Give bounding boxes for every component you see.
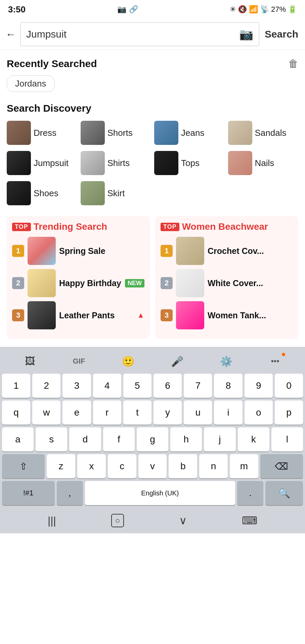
discovery-thumb-jeans	[154, 121, 178, 145]
special-chars-key[interactable]: !#1	[2, 481, 55, 505]
discovery-label-shoes: Shoes	[34, 188, 58, 199]
key-y[interactable]: y	[154, 400, 182, 425]
search-input-wrapper[interactable]: Jumpsuit 📷	[20, 22, 259, 46]
discovery-item-shirts[interactable]: Shirts	[81, 150, 151, 176]
key-q[interactable]: q	[2, 400, 30, 425]
beachwear-label-white-cover: White Cover...	[208, 278, 293, 288]
discovery-label-tops: Tops	[181, 158, 200, 168]
key-z[interactable]: z	[47, 454, 75, 478]
recent-tag-jordans[interactable]: Jordans	[7, 75, 55, 92]
key-2[interactable]: 2	[32, 374, 60, 398]
discovery-thumb-shirts	[81, 151, 105, 175]
keyboard: 🖼 GIF 🙂 🎤 ⚙️ ••• 1 2 3 4 5 6 7 8 9 0 q w…	[0, 347, 305, 533]
discovery-item-dress[interactable]: Dress	[7, 119, 77, 146]
trending-top-badge: TOP	[12, 223, 31, 231]
search-button[interactable]: Search	[263, 29, 300, 40]
beachwear-item-2[interactable]: 2 White Cover...	[161, 269, 293, 297]
key-9[interactable]: 9	[245, 374, 273, 398]
trending-search-title: Trending Search	[34, 221, 107, 232]
delete-history-button[interactable]: 🗑	[288, 58, 298, 69]
keyboard-hide-button[interactable]: ⌨	[242, 514, 257, 527]
more-tool-button[interactable]: •••	[265, 353, 285, 370]
trending-item-3[interactable]: 3 Leather Pants ▲	[12, 301, 144, 329]
key-b[interactable]: b	[169, 454, 197, 478]
key-u[interactable]: u	[184, 400, 212, 425]
search-key[interactable]: 🔍	[265, 481, 303, 505]
key-m[interactable]: m	[230, 454, 258, 478]
key-a[interactable]: a	[2, 427, 34, 451]
key-l[interactable]: l	[271, 427, 303, 451]
key-x[interactable]: x	[77, 454, 106, 478]
key-j[interactable]: j	[204, 427, 235, 451]
backspace-key[interactable]: ⌫	[260, 454, 303, 478]
key-k[interactable]: k	[238, 427, 269, 451]
main-content: Recently Searched 🗑 Jordans Search Disco…	[0, 50, 305, 347]
key-5[interactable]: 5	[123, 374, 151, 398]
key-n[interactable]: n	[199, 454, 228, 478]
discovery-item-shorts[interactable]: Shorts	[81, 119, 151, 146]
wifi-icon: 📶	[249, 5, 258, 14]
recently-searched-header: Recently Searched 🗑	[7, 58, 298, 69]
nav-bar: ||| ○ ∨ ⌨	[0, 508, 305, 531]
beachwear-thumb-tank	[176, 301, 204, 329]
discovery-item-shoes[interactable]: Shoes	[7, 180, 77, 207]
discovery-item-sandals[interactable]: Sandals	[228, 119, 299, 146]
key-d[interactable]: d	[69, 427, 101, 451]
key-s[interactable]: s	[36, 427, 67, 451]
emoji-tool-button[interactable]: 🙂	[118, 353, 138, 370]
search-input[interactable]: Jumpsuit	[26, 29, 239, 40]
key-6[interactable]: 6	[154, 374, 182, 398]
key-w[interactable]: w	[32, 400, 60, 425]
trending-item-2[interactable]: 2 Happy Birthday NEW	[12, 269, 144, 297]
key-p[interactable]: p	[275, 400, 303, 425]
trending-item-1[interactable]: 1 Spring Sale	[12, 237, 144, 265]
camera-search-icon[interactable]: 📷	[239, 28, 253, 41]
discovery-item-tops[interactable]: Tops	[154, 150, 225, 176]
period-key[interactable]: .	[237, 481, 263, 505]
discovery-item-nails[interactable]: Nails	[228, 150, 299, 176]
back-button[interactable]: ←	[5, 28, 16, 41]
key-4[interactable]: 4	[93, 374, 121, 398]
link-icon: 🔗	[129, 5, 138, 14]
key-o[interactable]: o	[245, 400, 273, 425]
discovery-item-jeans[interactable]: Jeans	[154, 119, 225, 146]
key-f[interactable]: f	[103, 427, 135, 451]
back-nav-button[interactable]: ∨	[179, 514, 187, 527]
beachwear-rank-1: 1	[161, 245, 173, 257]
key-g[interactable]: g	[137, 427, 168, 451]
beachwear-item-3[interactable]: 3 Women Tank...	[161, 301, 293, 329]
key-7[interactable]: 7	[184, 374, 212, 398]
key-v[interactable]: v	[138, 454, 167, 478]
bluetooth-icon: ✳	[230, 5, 236, 14]
trending-label-leather: Leather Pants	[59, 311, 134, 320]
key-8[interactable]: 8	[214, 374, 242, 398]
key-e[interactable]: e	[62, 400, 91, 425]
space-key[interactable]: English (UK)	[85, 481, 235, 505]
gif-tool-button[interactable]: GIF	[69, 353, 89, 370]
key-r[interactable]: r	[93, 400, 121, 425]
key-1[interactable]: 1	[2, 374, 30, 398]
trending-search-card: TOP Trending Search 1 Spring Sale 2 Happ…	[7, 216, 150, 339]
sticker-tool-button[interactable]: 🖼	[20, 353, 40, 370]
home-button[interactable]: ○	[111, 514, 124, 527]
recent-apps-button[interactable]: |||	[48, 515, 56, 527]
settings-tool-button[interactable]: ⚙️	[216, 353, 236, 370]
key-c[interactable]: c	[108, 454, 136, 478]
recently-searched-title: Recently Searched	[7, 58, 97, 69]
discovery-item-skirt[interactable]: Skirt	[81, 180, 151, 207]
beachwear-top-badge: TOP	[161, 223, 179, 231]
beachwear-item-1[interactable]: 1 Crochet Cov...	[161, 237, 293, 265]
key-h[interactable]: h	[170, 427, 202, 451]
key-t[interactable]: t	[123, 400, 151, 425]
rank-badge-1: 1	[12, 245, 24, 257]
key-0[interactable]: 0	[275, 374, 303, 398]
key-i[interactable]: i	[214, 400, 242, 425]
status-bar: 3:50 📷 🔗 ✳ 🔇 📶 📡 27% 🔋	[0, 0, 305, 19]
shift-key[interactable]: ⇧	[2, 454, 45, 478]
comma-key[interactable]: ,	[57, 481, 83, 505]
mic-tool-button[interactable]: 🎤	[167, 353, 187, 370]
discovery-thumb-nails	[228, 151, 252, 175]
discovery-item-jumpsuit[interactable]: Jumpsuit	[7, 150, 77, 176]
key-3[interactable]: 3	[62, 374, 91, 398]
discovery-grid: Dress Shorts Jeans Sandals Jumpsuit Shir…	[7, 119, 298, 207]
